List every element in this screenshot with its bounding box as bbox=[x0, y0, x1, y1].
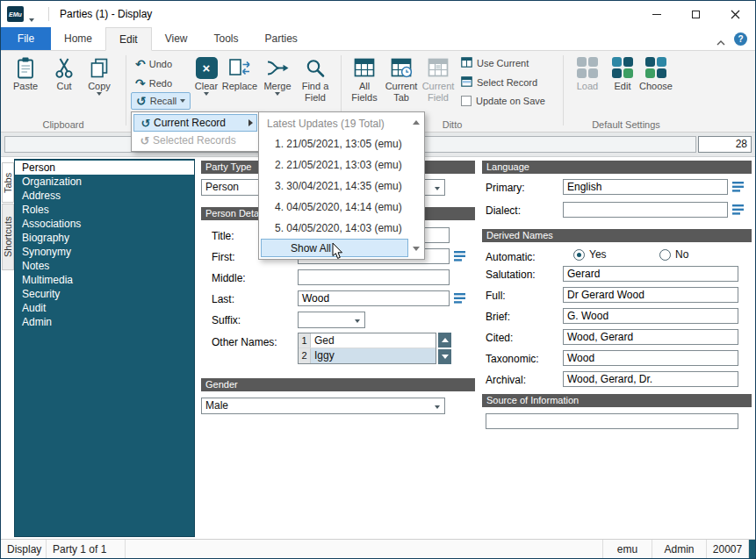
app-logo-icon[interactable]: EMu bbox=[7, 6, 24, 22]
update-item-4[interactable]: 4. 04/05/2020, 14:14 (emu) bbox=[261, 197, 422, 218]
sidebar-item-associations[interactable]: Associations bbox=[15, 217, 194, 231]
collapse-ribbon-icon[interactable] bbox=[716, 36, 725, 48]
other-names-row-2[interactable]: 2Iggy bbox=[299, 348, 436, 363]
sidebar-item-multimedia[interactable]: Multimedia bbox=[15, 273, 194, 287]
choose-defaults-icon bbox=[645, 55, 667, 80]
all-fields-button[interactable]: All Fields bbox=[345, 55, 384, 103]
update-item-2[interactable]: 2. 21/05/2021, 13:03 (emu) bbox=[261, 154, 422, 176]
sidebar-item-person[interactable]: Person bbox=[15, 161, 194, 175]
undo-button[interactable]: ↶ Undo bbox=[131, 55, 176, 73]
automatic-yes-radio[interactable]: Yes bbox=[573, 248, 607, 261]
tab-home[interactable]: Home bbox=[51, 27, 105, 50]
update-item-5[interactable]: 5. 04/05/2020, 14:03 (emu) bbox=[261, 218, 422, 239]
full-field[interactable]: Dr Gerard Wood bbox=[563, 287, 738, 303]
tab-tools[interactable]: Tools bbox=[201, 27, 252, 50]
gender-value: Male bbox=[205, 399, 228, 412]
clipboard-group-label: Clipboard bbox=[1, 119, 126, 130]
sidebar-item-admin[interactable]: Admin bbox=[15, 315, 194, 329]
taxonomic-field[interactable]: Wood bbox=[563, 350, 738, 366]
quick-access-dropdown-icon[interactable] bbox=[29, 12, 34, 25]
help-icon[interactable]: ? bbox=[734, 32, 747, 46]
current-tab-button[interactable]: Current Tab bbox=[382, 55, 421, 103]
side-tab-tabs[interactable]: Tabs bbox=[2, 162, 14, 203]
use-current-button[interactable]: Use Current bbox=[461, 57, 529, 69]
first-label: First: bbox=[212, 251, 235, 263]
status-spacer bbox=[126, 540, 603, 558]
automatic-label: Automatic: bbox=[486, 251, 536, 263]
replace-icon bbox=[228, 55, 251, 80]
tab-parties[interactable]: Parties bbox=[252, 27, 311, 50]
brief-field[interactable]: G. Wood bbox=[563, 308, 738, 324]
clear-label: Clear bbox=[195, 81, 218, 91]
recall-button[interactable]: ↺ Recall bbox=[131, 92, 191, 110]
dialect-lookup-icon[interactable] bbox=[732, 204, 745, 215]
select-record-button[interactable]: Select Record bbox=[461, 76, 537, 89]
sidebar-item-synonymy[interactable]: Synonymy bbox=[15, 245, 194, 259]
update-item-1[interactable]: 1. 21/05/2021, 13:05 (emu) bbox=[261, 133, 422, 154]
use-current-label: Use Current bbox=[477, 58, 529, 68]
sidebar-item-notes[interactable]: Notes bbox=[15, 259, 194, 273]
other-names-row-1[interactable]: 1Ged bbox=[299, 333, 436, 348]
primary-lookup-icon[interactable] bbox=[732, 182, 745, 192]
source-field[interactable] bbox=[486, 413, 738, 429]
arrow-up-icon bbox=[442, 338, 449, 342]
brief-label: Brief: bbox=[486, 311, 510, 323]
redo-icon: ↷ bbox=[135, 77, 146, 90]
gender-select[interactable]: Male bbox=[201, 398, 445, 414]
find-a-field-button[interactable]: Find a Field bbox=[296, 55, 335, 103]
sidebar-item-organization[interactable]: Organization bbox=[15, 175, 194, 189]
sidebar-item-address[interactable]: Address bbox=[15, 189, 194, 203]
spin-down-button[interactable] bbox=[438, 349, 451, 364]
side-tab-shortcuts[interactable]: Shortcuts bbox=[2, 204, 14, 270]
spin-up-button[interactable] bbox=[438, 333, 451, 348]
close-button[interactable] bbox=[716, 1, 755, 27]
last-field[interactable]: Wood bbox=[298, 290, 450, 306]
sidebar-item-audit[interactable]: Audit bbox=[15, 301, 194, 315]
other-names-grid[interactable]: 1Ged 2Iggy bbox=[298, 333, 436, 364]
cut-button[interactable]: Cut bbox=[45, 55, 83, 91]
salutation-field[interactable]: Gerard bbox=[563, 266, 738, 282]
selected-records-label: Selected Records bbox=[153, 134, 236, 147]
radio-selected-icon bbox=[573, 249, 585, 261]
primary-field[interactable]: English bbox=[563, 179, 728, 195]
dialect-field[interactable] bbox=[563, 202, 728, 218]
sidebar-item-roles[interactable]: Roles bbox=[15, 203, 194, 217]
copy-button[interactable]: Copy bbox=[80, 55, 119, 96]
current-tab-label-line1: Current bbox=[385, 81, 418, 91]
automatic-no-radio[interactable]: No bbox=[659, 248, 688, 261]
last-lookup-icon[interactable] bbox=[454, 293, 466, 304]
resize-grip[interactable] bbox=[749, 540, 755, 558]
language-header: Language bbox=[482, 161, 752, 174]
archival-field[interactable]: Wood, Gerard, Dr. bbox=[563, 371, 738, 387]
taxonomic-label: Taxonomic: bbox=[486, 353, 539, 365]
ribbon-tab-bar: File Home Edit View Tools Parties ? bbox=[1, 27, 755, 51]
choose-defaults-button[interactable]: Choose bbox=[637, 55, 675, 91]
current-field-button: Current Field bbox=[419, 55, 457, 103]
sidebar-item-security[interactable]: Security bbox=[15, 287, 194, 301]
tab-view[interactable]: View bbox=[152, 27, 201, 50]
redo-button[interactable]: ↷ Redo bbox=[131, 75, 176, 92]
maximize-button[interactable] bbox=[676, 1, 716, 27]
update-item-3[interactable]: 3. 30/04/2021, 14:35 (emu) bbox=[261, 176, 422, 197]
dialect-label: Dialect: bbox=[486, 204, 521, 217]
update-on-save-label: Update on Save bbox=[476, 96, 545, 106]
menu-item-current-record[interactable]: ↺ Current Record bbox=[133, 114, 257, 132]
update-on-save-checkbox[interactable]: Update on Save bbox=[461, 96, 545, 106]
middle-field[interactable] bbox=[298, 269, 450, 285]
row-value: Ged bbox=[311, 333, 436, 348]
paste-button[interactable]: Paste bbox=[6, 55, 45, 91]
scroll-down-icon[interactable] bbox=[413, 247, 420, 251]
minimize-button[interactable] bbox=[637, 1, 676, 27]
cited-field[interactable]: Wood, Gerard bbox=[563, 329, 738, 345]
scroll-up-icon[interactable] bbox=[413, 120, 420, 125]
first-lookup-icon[interactable] bbox=[454, 251, 466, 262]
recall-menu: ↺ Current Record ↺ Selected Records bbox=[131, 111, 260, 152]
status-bar: Display Party 1 of 1 emu Admin 20007 bbox=[1, 539, 755, 558]
tab-edit[interactable]: Edit bbox=[105, 27, 152, 51]
sidebar-item-biography[interactable]: Biography bbox=[15, 231, 194, 245]
replace-button[interactable]: Replace bbox=[220, 55, 259, 91]
tab-file[interactable]: File bbox=[1, 27, 51, 50]
suffix-select[interactable] bbox=[298, 312, 365, 328]
merge-button[interactable]: Merge bbox=[258, 55, 297, 96]
gender-header: Gender bbox=[201, 378, 475, 391]
